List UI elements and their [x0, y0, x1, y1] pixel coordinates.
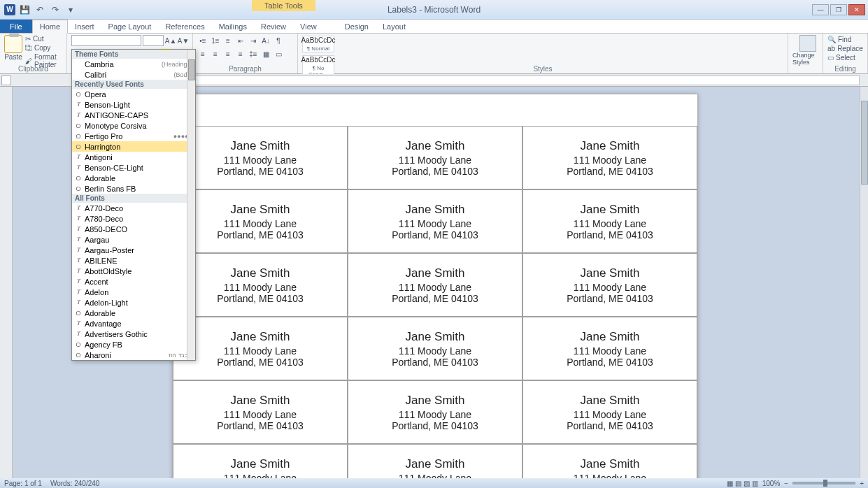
vertical-scrollbar[interactable]: [860, 87, 868, 478]
font-option[interactable]: OFertigo Pro●●●●●: [72, 131, 195, 141]
scrollbar-thumb[interactable]: [861, 101, 868, 185]
font-option[interactable]: OAgency FB: [72, 339, 195, 350]
horizontal-ruler[interactable]: [172, 76, 860, 85]
word-count[interactable]: Words: 240/240: [50, 480, 99, 487]
design-tab[interactable]: Design: [338, 20, 376, 33]
label-cell[interactable]: Jane Smith111 Moody LanePortland, ME 041…: [348, 189, 522, 253]
mailings-tab[interactable]: Mailings: [212, 20, 254, 33]
numbering-button[interactable]: 1≡: [210, 35, 221, 46]
align-left-button[interactable]: ≡: [197, 48, 208, 59]
font-option[interactable]: 𝑇Aargau: [72, 234, 195, 245]
insert-tab[interactable]: Insert: [68, 20, 101, 33]
label-cell[interactable]: Jane Smith111 Moody LanePortland, ME 041…: [522, 253, 697, 317]
label-table[interactable]: Jane Smith111 Moody LanePortland, ME 041…: [173, 126, 697, 478]
view-buttons[interactable]: ▦ ▤ ▧ ▥: [727, 480, 757, 487]
cut-button[interactable]: ✂Cut: [25, 35, 62, 43]
label-cell[interactable]: Jane Smith111 Moody LanePortland, ME 041…: [173, 380, 348, 444]
font-option[interactable]: 𝑇A850-DECO: [72, 224, 195, 234]
font-option[interactable]: 𝑇Adelon: [72, 287, 195, 297]
font-option[interactable]: 𝑇Benson-Light: [72, 99, 195, 110]
zoom-in-button[interactable]: +: [860, 480, 864, 487]
font-option[interactable]: 𝑇Advantage: [72, 318, 195, 329]
replace-button[interactable]: abReplace: [827, 44, 863, 53]
font-option[interactable]: 𝑇ANTIGONE-CAPS: [72, 110, 195, 120]
label-cell[interactable]: Jane Smith111 Moody LanePortland, ME 041…: [173, 253, 348, 317]
shrink-font-button[interactable]: A▼: [178, 35, 189, 46]
line-spacing-button[interactable]: ‡≡: [248, 48, 259, 59]
layout-tab[interactable]: Layout: [376, 20, 413, 33]
dropdown-scrollbar[interactable]: [187, 50, 195, 360]
label-cell[interactable]: Jane Smith111 Moody LanePortland, ME 041…: [522, 126, 697, 189]
multilevel-button[interactable]: ≡: [222, 35, 234, 46]
bullets-button[interactable]: •≡: [197, 35, 208, 46]
decrease-indent-button[interactable]: ⇤: [235, 35, 246, 46]
justify-button[interactable]: ≡: [235, 48, 246, 59]
page-layout-tab[interactable]: Page Layout: [101, 20, 159, 33]
show-marks-button[interactable]: ¶: [273, 35, 284, 46]
ruler-corner[interactable]: [1, 76, 11, 85]
font-name-input[interactable]: [71, 35, 141, 46]
label-cell[interactable]: Jane Smith111 Moody LanePortland, ME 041…: [522, 380, 697, 444]
label-cell[interactable]: Jane Smith111 Moody LanePortland, ME 041…: [522, 444, 697, 478]
font-option[interactable]: Calibri(Body): [72, 69, 195, 80]
home-tab[interactable]: Home: [32, 20, 68, 34]
font-option[interactable]: 𝑇Accent: [72, 276, 195, 287]
font-option[interactable]: OHarrington: [72, 141, 195, 152]
label-cell[interactable]: Jane Smith111 Moody LanePortland, ME 041…: [348, 380, 522, 444]
page-status[interactable]: Page: 1 of 1: [4, 480, 42, 487]
font-option[interactable]: OAdorable: [72, 173, 195, 183]
view-tab[interactable]: View: [293, 20, 324, 33]
borders-button[interactable]: ▭: [273, 48, 284, 59]
zoom-slider[interactable]: [792, 482, 855, 485]
shading-button[interactable]: ▦: [260, 48, 271, 59]
find-button[interactable]: 🔍Find: [827, 35, 863, 44]
vertical-ruler[interactable]: [0, 87, 13, 478]
font-option[interactable]: 𝑇Benson-CE-Light: [72, 162, 195, 173]
font-option[interactable]: OOpera: [72, 89, 195, 99]
undo-icon[interactable]: ↶: [34, 3, 46, 16]
font-option[interactable]: OAdorable: [72, 308, 195, 318]
scrollbar-thumb[interactable]: [188, 59, 195, 80]
change-styles-button[interactable]: Change Styles: [792, 35, 823, 66]
label-cell[interactable]: Jane Smith111 Moody LanePortland, ME 041…: [348, 317, 522, 380]
zoom-out-button[interactable]: −: [784, 480, 788, 487]
font-option[interactable]: OAharoniאבגד הוז: [72, 350, 195, 360]
label-cell[interactable]: Jane Smith111 Moody LanePortland, ME 041…: [348, 444, 522, 478]
font-size-input[interactable]: [143, 35, 164, 46]
select-button[interactable]: ▭Select: [827, 53, 863, 62]
zoom-slider-thumb[interactable]: [823, 480, 827, 487]
label-cell[interactable]: Jane Smith111 Moody LanePortland, ME 041…: [173, 126, 348, 189]
copy-button[interactable]: ⿻Copy: [25, 44, 62, 52]
font-option[interactable]: 𝑇AbottOldStyle: [72, 266, 195, 276]
zoom-level[interactable]: 100%: [762, 480, 781, 487]
label-cell[interactable]: Jane Smith111 Moody LanePortland, ME 041…: [348, 253, 522, 317]
increase-indent-button[interactable]: ⇥: [248, 35, 259, 46]
label-cell[interactable]: Jane Smith111 Moody LanePortland, ME 041…: [522, 317, 697, 380]
paste-button[interactable]: Paste: [4, 35, 22, 69]
font-option[interactable]: 𝑇ABILENE: [72, 255, 195, 266]
font-option[interactable]: 𝑇Adelon-Light: [72, 297, 195, 308]
references-tab[interactable]: References: [158, 20, 211, 33]
label-cell[interactable]: Jane Smith111 Moody LanePortland, ME 041…: [173, 189, 348, 253]
font-option[interactable]: 𝑇Advertisers Gothic: [72, 329, 195, 339]
font-option[interactable]: OBerlin Sans FB: [72, 183, 195, 194]
grow-font-button[interactable]: A▲: [165, 35, 176, 46]
sort-button[interactable]: A↓: [260, 35, 271, 46]
file-tab[interactable]: File: [0, 20, 32, 33]
label-cell[interactable]: Jane Smith111 Moody LanePortland, ME 041…: [522, 189, 697, 253]
font-option[interactable]: Cambria(Headings): [72, 59, 195, 69]
align-center-button[interactable]: ≡: [210, 48, 221, 59]
font-dropdown[interactable]: Theme Fonts Cambria(Headings) Calibri(Bo…: [71, 49, 196, 361]
font-option[interactable]: 𝑇Antigoni: [72, 152, 195, 162]
save-icon[interactable]: 💾: [18, 3, 31, 16]
font-option[interactable]: 𝑇A780-Deco: [72, 213, 195, 224]
maximize-button[interactable]: ❐: [830, 4, 847, 15]
font-option[interactable]: OMonotype Corsiva: [72, 120, 195, 131]
font-option[interactable]: 𝑇Aargau-Poster: [72, 245, 195, 255]
minimize-button[interactable]: —: [812, 4, 829, 15]
label-cell[interactable]: Jane Smith111 Moody LanePortland, ME 041…: [173, 444, 348, 478]
label-cell[interactable]: Jane Smith111 Moody LanePortland, ME 041…: [348, 126, 522, 189]
align-right-button[interactable]: ≡: [222, 48, 234, 59]
font-option[interactable]: 𝑇A770-Deco: [72, 203, 195, 213]
redo-icon[interactable]: ↷: [49, 3, 62, 16]
